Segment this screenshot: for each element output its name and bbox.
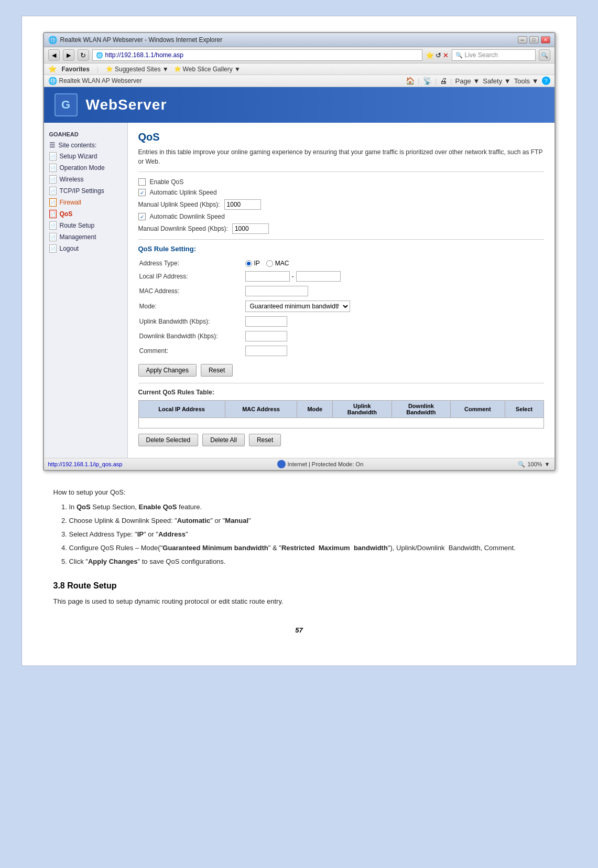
web-slice-gallery[interactable]: ⭐ Web Slice Gallery ▼ (174, 66, 241, 73)
mode-value: Guaranteed minimum bandwidth Restricted … (245, 299, 543, 314)
zoom-dropdown-icon[interactable]: ▼ (545, 461, 550, 467)
site-contents-label: Site contents: (59, 142, 97, 149)
local-ip-input-2[interactable] (296, 271, 341, 282)
mode-select[interactable]: Guaranteed minimum bandwidth Restricted … (245, 301, 350, 312)
brand-link[interactable]: 🌐 Realtek WLAN AP Webserver (48, 77, 142, 85)
sidebar-item-setup-wizard[interactable]: 📄 Setup Wizard (44, 151, 127, 162)
current-table-title: Current QoS Rules Table: (138, 389, 544, 396)
auto-uplink-row: ✓ Automatic Uplink Speed (138, 189, 544, 196)
page-toolbar: 🏠 | 📡 | 🖨 | Page ▼ Safety ▼ Tools ▼ ? (142, 77, 550, 85)
help-icon[interactable]: ? (542, 77, 550, 85)
zoom-level: 100% (527, 461, 542, 467)
stop-icon[interactable]: ✕ (443, 51, 449, 59)
sidebar-item-tcpip[interactable]: 📄 TCP/IP Settings (44, 185, 127, 197)
sidebar-item-operation-mode[interactable]: 📄 Operation Mode (44, 162, 127, 174)
step2-bold1: Automatic (177, 517, 211, 524)
tools-menu[interactable]: Tools ▼ (514, 77, 539, 85)
suggested-sites-label: Suggested Sites ▼ (115, 66, 169, 73)
search-bar[interactable]: 🔍 Live Search (452, 49, 536, 61)
refresh-icon[interactable]: ↺ (436, 51, 441, 59)
manual-uplink-input[interactable] (224, 199, 261, 210)
delete-all-button[interactable]: Delete All (202, 434, 245, 446)
col-downlink-bw-line2: Bandwidth (395, 409, 447, 415)
logout-label: Logout (60, 245, 79, 252)
close-button[interactable]: ✕ (541, 36, 550, 44)
brand-toolbar: 🌐 Realtek WLAN AP Webserver 🏠 | 📡 | 🖨 | … (44, 75, 554, 87)
ip-radio-item[interactable]: IP (245, 260, 260, 267)
manual-uplink-row: Manual Uplink Speed (Kbps): (138, 199, 544, 210)
sidebar-item-qos[interactable]: 📄 QoS (44, 208, 127, 220)
feed-icon[interactable]: 📡 (423, 77, 432, 85)
search-submit-button[interactable]: 🔍 (539, 49, 550, 61)
sidebar-item-logout[interactable]: 📄 Logout (44, 243, 127, 254)
sidebar-item-firewall[interactable]: 📄 Firewall (44, 197, 127, 208)
col-uplink-bw-line1: Uplink (336, 403, 388, 409)
ip-radio-button[interactable] (245, 260, 252, 267)
print-icon[interactable]: 🖨 (440, 77, 447, 85)
delete-selected-button[interactable]: Delete Selected (138, 434, 199, 446)
firewall-doc-icon: 📄 (49, 198, 57, 207)
operation-mode-doc-icon: 📄 (49, 164, 57, 172)
status-bar: http://192.168.1.1/ip_qos.asp Internet |… (44, 458, 554, 470)
safety-menu[interactable]: Safety ▼ (483, 77, 510, 85)
section-number: 3.8 (53, 581, 65, 590)
zoom-icon: 🔍 (518, 461, 525, 468)
empty-cell (138, 418, 543, 428)
suggested-sites[interactable]: ⭐ Suggested Sites ▼ (106, 66, 169, 73)
page-menu[interactable]: Page ▼ (455, 77, 480, 85)
manual-downlink-label: Manual Downlink Speed (Kbps): (138, 225, 228, 232)
section-desc: This page is used to setup dynamic routi… (53, 596, 545, 607)
ip-radio-label: IP (254, 260, 260, 267)
browser-toolbar: ◀ ▶ ↻ 🌐 http://192.168.1.1/home.asp ⭐ ↺ … (44, 47, 554, 63)
sidebar-item-route-setup[interactable]: 📄 Route Setup (44, 220, 127, 231)
address-bar[interactable]: 🌐 http://192.168.1.1/home.asp (92, 49, 422, 61)
apply-changes-button[interactable]: Apply Changes (138, 364, 197, 377)
qos-doc-icon: 📄 (49, 210, 57, 218)
enable-qos-row: Enable QoS (138, 178, 544, 186)
manual-uplink-label: Manual Uplink Speed (Kbps): (138, 201, 220, 208)
page-number: 57 (43, 626, 556, 634)
ip-input-group: - (245, 271, 543, 282)
auto-downlink-checkbox[interactable]: ✓ (138, 213, 146, 220)
doc-content: How to setup your QoS: In QoS Setup Sect… (43, 481, 556, 616)
table-header-row: Local IP Address MAC Address Mode Uplink… (138, 401, 543, 418)
web-slice-icon: ⭐ (174, 66, 181, 72)
browser-titlebar: 🌐 Realtek WLAN AP Webserver - Windows In… (44, 33, 554, 47)
bookmark-icon[interactable]: ⭐ (426, 51, 434, 59)
webserver-ui: G WebServer GOAHEAD ☰ Site contents: 📄 S… (44, 87, 554, 458)
minimize-button[interactable]: ─ (518, 36, 527, 44)
auto-uplink-checkbox[interactable]: ✓ (138, 189, 146, 196)
maximize-button[interactable]: □ (529, 36, 539, 44)
mac-radio-button[interactable] (266, 260, 273, 267)
enable-qos-checkbox[interactable] (138, 178, 146, 186)
step3-bold1: IP (137, 530, 144, 538)
col-uplink-bw: Uplink Bandwidth (333, 401, 392, 418)
sidebar-item-management[interactable]: 📄 Management (44, 231, 127, 243)
refresh-button[interactable]: ↻ (78, 49, 89, 61)
sidebar-item-wireless[interactable]: 📄 Wireless (44, 174, 127, 185)
downlink-bw-input[interactable] (245, 331, 287, 341)
local-ip-input-1[interactable] (245, 271, 290, 282)
comment-label: Comment: (139, 344, 244, 358)
browser-window: 🌐 Realtek WLAN AP Webserver - Windows In… (43, 32, 556, 471)
search-placeholder: Live Search (465, 51, 498, 59)
manual-downlink-input[interactable] (232, 223, 269, 234)
uplink-bw-label: Uplink Bandwidth (Kbps): (139, 315, 244, 328)
browser-controls[interactable]: ─ □ ✕ (518, 36, 550, 44)
comment-input[interactable] (245, 346, 287, 356)
qos-label: QoS (60, 210, 73, 218)
tcpip-doc-icon: 📄 (49, 187, 57, 195)
home-icon[interactable]: 🏠 (406, 77, 415, 85)
setup-wizard-label: Setup Wizard (60, 153, 97, 160)
uplink-bw-input[interactable] (245, 316, 287, 327)
management-doc-icon: 📄 (49, 233, 57, 241)
comment-value (245, 344, 543, 358)
comment-row: Comment: (139, 344, 543, 358)
reset-button[interactable]: Reset (201, 364, 233, 377)
mac-radio-item[interactable]: MAC (266, 260, 289, 267)
wireless-label: Wireless (60, 176, 84, 183)
reset-button-2[interactable]: Reset (249, 434, 281, 446)
mac-address-input[interactable] (245, 286, 308, 296)
back-button[interactable]: ◀ (48, 49, 60, 61)
forward-button[interactable]: ▶ (63, 49, 74, 61)
